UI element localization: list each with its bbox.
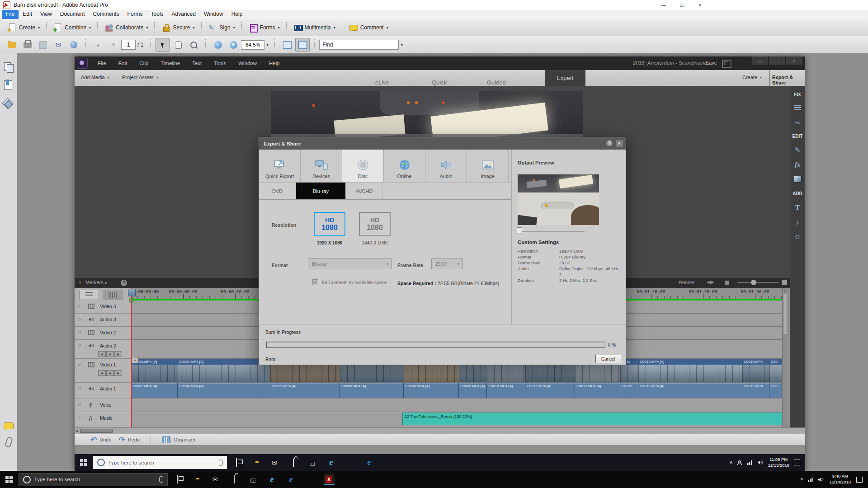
- expand-icon[interactable]: ▷: [78, 402, 81, 407]
- music-icon[interactable]: ♪: [796, 219, 799, 225]
- scissors-icon[interactable]: ✂: [795, 119, 801, 126]
- create-button[interactable]: Create▾: [742, 75, 762, 80]
- frame-rate-dropdown[interactable]: 29.97 ▼: [431, 258, 463, 269]
- task-view-button[interactable]: [172, 474, 183, 485]
- edge-button[interactable]: e: [364, 457, 375, 469]
- resolution-option-selected[interactable]: HD1080: [314, 212, 345, 236]
- attachments-icon[interactable]: [3, 436, 14, 447]
- dialog-help-icon[interactable]: ?: [606, 140, 613, 146]
- dialog-close-icon[interactable]: ×: [616, 140, 623, 147]
- video-clip[interactable]: C0017.MP4 [V]: [638, 359, 743, 382]
- expand-icon[interactable]: ▷: [78, 304, 81, 308]
- start-button[interactable]: [80, 459, 87, 466]
- audio-clip[interactable]: C0016.: [620, 383, 638, 398]
- audio-clip[interactable]: C0012.MP4 [A]: [525, 383, 575, 398]
- export-tab-quick-export[interactable]: Quick Export: [259, 150, 301, 182]
- open-file-button[interactable]: [5, 38, 19, 52]
- audio-clip[interactable]: C0017.MP4 [A]: [638, 383, 742, 398]
- pe-menu-window[interactable]: Window: [238, 61, 257, 66]
- zoom-dropdown-caret[interactable]: ▾: [264, 41, 270, 49]
- video-clip[interactable]: C0019.MP4: [742, 359, 770, 382]
- layers-icon[interactable]: [3, 98, 14, 108]
- taskbar-search-box[interactable]: Type here to search: [93, 456, 227, 469]
- export-tab-image[interactable]: Image: [467, 150, 509, 182]
- track-header-video-2[interactable]: ▷Video 2: [75, 327, 131, 340]
- menu-window[interactable]: Window: [200, 10, 227, 19]
- adjust-sliders-icon[interactable]: [794, 105, 801, 112]
- pe-menu-edit[interactable]: Edit: [118, 61, 127, 66]
- marquee-zoom-button[interactable]: [186, 38, 201, 52]
- comment-button[interactable]: Comment▾: [347, 22, 391, 33]
- markers-dropdown[interactable]: Markers ▾: [85, 280, 107, 285]
- track-header-audio-2[interactable]: ▽Audio 2◀◆▶: [75, 340, 131, 359]
- audio-clip[interactable]: C0008.MP4 [A]: [404, 383, 459, 398]
- store-button[interactable]: [229, 474, 240, 485]
- pe-menu-clip[interactable]: Clip: [139, 61, 148, 66]
- zoom-out-button[interactable]: –: [211, 38, 225, 52]
- collapse-icon[interactable]: ▽: [78, 362, 81, 366]
- track-row-audio-1[interactable]: C0002.MP4 [A]C0004.MP4 [A]C0005.MP4 [A]C…: [131, 383, 782, 399]
- mode-tab-expert[interactable]: Expert: [545, 70, 585, 86]
- export-tab-disc[interactable]: Disc: [342, 150, 384, 182]
- contact-icon[interactable]: [737, 460, 742, 465]
- bookmarks-icon[interactable]: [3, 80, 14, 90]
- save-project-button[interactable]: Save: [705, 60, 717, 66]
- zoom-slider-knob[interactable]: [751, 280, 756, 285]
- previous-page-button[interactable]: ▲: [91, 38, 105, 52]
- cancel-button[interactable]: Cancel: [595, 355, 621, 363]
- dialog-titlebar[interactable]: Export & Share: [259, 137, 626, 150]
- multimedia-button[interactable]: Multimedia▾: [291, 22, 338, 33]
- pe-menu-timeline[interactable]: Timeline: [160, 61, 180, 66]
- audio-clip[interactable]: C0013.MP4 [A]: [575, 383, 620, 398]
- select-tool-button[interactable]: [156, 38, 170, 52]
- audio-clip[interactable]: C0002.MP4 [A]: [131, 383, 178, 398]
- find-dropdown-caret[interactable]: ▾: [399, 41, 405, 49]
- disc-tab-avchd[interactable]: AVCHD: [346, 183, 383, 199]
- network-icon[interactable]: [747, 460, 753, 465]
- combine-button[interactable]: ✚Combine▾: [51, 22, 93, 33]
- timeline-horizontal-scrollbar[interactable]: ◀: [75, 427, 805, 434]
- track-header-voice[interactable]: ▷Voice: [75, 399, 131, 412]
- firefox-button[interactable]: [305, 474, 316, 485]
- mail-button[interactable]: ✉: [210, 474, 221, 485]
- fit-contents-checkbox[interactable]: ✓: [312, 279, 318, 285]
- find-input[interactable]: Find: [319, 40, 399, 50]
- redo-button[interactable]: ↷ Redo: [119, 435, 140, 445]
- taskbar-clock[interactable]: 11:09 PM 12/13/2018: [768, 457, 789, 469]
- expand-icon[interactable]: ▷: [78, 317, 81, 321]
- export-tab-online[interactable]: Online: [384, 150, 425, 182]
- zoom-level-box[interactable]: 84.5%: [241, 40, 264, 50]
- pe-menu-help[interactable]: Help: [269, 61, 280, 66]
- add-media-button[interactable]: Add Media▾: [81, 75, 109, 80]
- audio-clip[interactable]: C0019.MP4: [742, 383, 769, 398]
- save-button[interactable]: [36, 38, 50, 52]
- page-thumbnails-icon[interactable]: [3, 61, 14, 72]
- menu-edit[interactable]: Edit: [19, 10, 36, 19]
- resolution-option[interactable]: HD1080: [359, 212, 391, 236]
- audio-clip[interactable]: C0005.MP4 [A]: [270, 383, 340, 398]
- menu-tools[interactable]: Tools: [147, 10, 168, 19]
- horizontal-scroll-thumb[interactable]: [80, 429, 113, 433]
- chevron-up-icon[interactable]: ^: [800, 475, 803, 483]
- zoom-slider[interactable]: [737, 282, 779, 283]
- video-clip[interactable]: C0004.MP4 [V]: [178, 359, 271, 382]
- taskbar-clock[interactable]: 9:40 AM 12/14/2018: [829, 474, 851, 485]
- firefox-button[interactable]: [345, 457, 356, 469]
- add-keyframe-icon[interactable]: ◆: [106, 370, 114, 376]
- restore-down-button[interactable]: □: [673, 0, 691, 9]
- pe-menu-file[interactable]: File: [98, 61, 106, 66]
- menu-advanced[interactable]: Advanced: [168, 10, 200, 19]
- fit-page-button[interactable]: [295, 38, 310, 52]
- sign-button[interactable]: ✎Sign▾: [206, 22, 237, 33]
- menu-file[interactable]: File: [2, 10, 19, 19]
- command-prompt-button[interactable]: >_: [248, 474, 259, 485]
- help-icon[interactable]: ?: [121, 280, 127, 286]
- store-button[interactable]: [288, 457, 299, 469]
- add-keyframe-icon[interactable]: ◆: [106, 351, 114, 357]
- menu-help[interactable]: Help: [227, 10, 247, 19]
- internet-explorer-button[interactable]: e: [326, 457, 337, 469]
- file-explorer-button[interactable]: [191, 474, 202, 485]
- export-share-button[interactable]: Export & Share: [772, 75, 805, 85]
- menu-view[interactable]: View: [36, 10, 56, 19]
- gradient-icon[interactable]: [794, 176, 802, 183]
